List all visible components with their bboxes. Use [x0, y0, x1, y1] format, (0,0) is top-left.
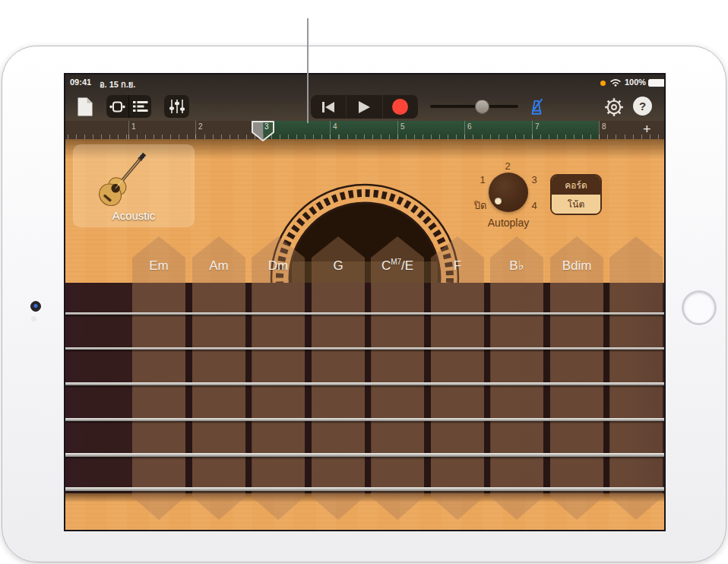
- tracks-view-button[interactable]: [129, 95, 151, 118]
- transport-controls: [311, 95, 418, 119]
- instrument-name: Acoustic: [73, 209, 195, 222]
- chord-label: Dm: [252, 258, 305, 274]
- play-icon: [357, 100, 371, 114]
- ruler-ticks: [65, 135, 664, 139]
- metronome-icon: [527, 97, 546, 117]
- autoplay-pos-4: 4: [531, 200, 537, 211]
- record-button[interactable]: [383, 95, 418, 119]
- bar-number: 5: [400, 122, 405, 131]
- instrument-selector[interactable]: Acoustic: [73, 144, 195, 227]
- metronome-button[interactable]: [525, 96, 548, 118]
- status-date: อ. 15 ก.ย.: [100, 78, 135, 91]
- bar-number: 4: [333, 122, 337, 131]
- guitar-string-3[interactable]: [65, 382, 664, 385]
- view-toggle-group: [106, 95, 151, 118]
- gear-icon: [604, 97, 624, 117]
- guitar-string-5[interactable]: [65, 453, 664, 457]
- settings-button[interactable]: [603, 97, 624, 117]
- battery-percent: 100%: [625, 78, 646, 87]
- autoplay-knob[interactable]: [489, 173, 528, 212]
- chord-label: Am: [192, 258, 245, 274]
- volume-slider-track[interactable]: [430, 105, 518, 108]
- chord-strip-bdim[interactable]: Bdim: [550, 236, 603, 520]
- bar-number: 8: [602, 122, 606, 131]
- chord-strip-am[interactable]: Am: [192, 236, 245, 520]
- garageband-screen: Acoustic ปิด 1 2 3 4 Autoplay คอร์ด โน้ต…: [64, 73, 666, 531]
- chord-strip-g[interactable]: G: [312, 236, 365, 520]
- help-label: ?: [639, 100, 646, 112]
- my-songs-button[interactable]: [75, 96, 94, 118]
- chord-strip-bflat[interactable]: B♭: [490, 236, 543, 520]
- chord-label: CM7/E: [371, 258, 424, 274]
- record-icon: [392, 99, 408, 115]
- acoustic-guitar-icon: [89, 143, 157, 216]
- chord-label: G: [312, 258, 365, 274]
- chords-mode-button[interactable]: คอร์ด: [552, 176, 600, 195]
- chord-label: F: [431, 258, 484, 274]
- chord-strip-em[interactable]: Em: [132, 236, 185, 520]
- autoplay-pos-2: 2: [505, 160, 510, 172]
- chord-label: Bdim: [550, 258, 603, 274]
- bar-number: 7: [535, 122, 540, 131]
- callout-line: [307, 18, 309, 123]
- bar-number: 2: [198, 122, 203, 131]
- front-camera: [30, 301, 41, 312]
- wifi-icon: [609, 78, 622, 87]
- document-icon: [77, 97, 93, 117]
- status-time: 09:41: [70, 78, 91, 87]
- home-button[interactable]: [682, 290, 717, 325]
- rewind-icon: [321, 101, 335, 113]
- play-button[interactable]: [347, 95, 381, 119]
- chords-notes-toggle: คอร์ด โน้ต: [550, 174, 602, 215]
- chord-strip-dm[interactable]: Dm: [252, 236, 305, 520]
- notes-mode-button[interactable]: โน้ต: [552, 195, 600, 214]
- guitar-string-6[interactable]: [65, 487, 664, 491]
- playhead-marker[interactable]: [250, 120, 276, 142]
- chord-strip-partial[interactable]: [609, 236, 663, 520]
- chord-strip-f[interactable]: F: [431, 236, 484, 520]
- autoplay-off-label: ปิด: [474, 198, 487, 214]
- sliders-icon: [169, 100, 185, 113]
- chord-label: B♭: [490, 258, 543, 274]
- autoplay-title: Autoplay: [488, 217, 529, 229]
- bar-number: 6: [467, 122, 472, 131]
- autoplay-pos-3: 3: [531, 174, 537, 185]
- add-bars-button[interactable]: +: [643, 122, 651, 138]
- playhead-bar-number: 3: [264, 122, 269, 131]
- go-to-beginning-button[interactable]: [311, 95, 346, 119]
- autoplay-pos-1: 1: [480, 174, 485, 185]
- chord-strip-cm7e[interactable]: CM7/E: [371, 236, 424, 520]
- bar-number: 1: [131, 122, 136, 131]
- mic-in-use-indicator: [600, 81, 606, 86]
- guitar-string-1[interactable]: [65, 312, 664, 315]
- battery-icon: [648, 79, 665, 87]
- tracks-view-icon: [133, 100, 148, 112]
- guitar-string-2[interactable]: [65, 347, 664, 350]
- track-controls-button[interactable]: [164, 95, 189, 118]
- knob-indicator-dot: [495, 198, 502, 204]
- volume-slider-thumb[interactable]: [475, 100, 489, 114]
- timeline-ruler[interactable]: 1 2 4 5 6 7 8 +: [65, 121, 664, 139]
- light-sensor: [31, 316, 36, 322]
- region-view-icon: [109, 100, 125, 113]
- instrument-view-button[interactable]: [106, 95, 128, 118]
- guitar-string-4[interactable]: [65, 418, 664, 421]
- chord-label: Em: [132, 258, 185, 274]
- help-button[interactable]: ?: [633, 97, 652, 116]
- ipad-device: Acoustic ปิด 1 2 3 4 Autoplay คอร์ด โน้ต…: [2, 46, 726, 562]
